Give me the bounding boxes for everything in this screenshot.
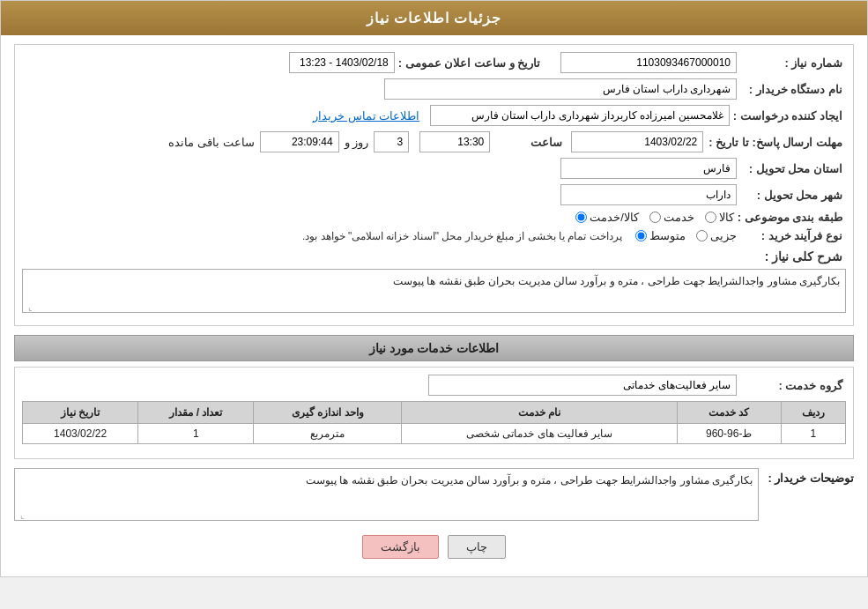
deadline-days-input: [374, 131, 409, 152]
services-table: ردیف کد خدمت نام خدمت واحد اندازه گیری ت…: [22, 401, 846, 444]
order-number-label: شماره نیاز :: [740, 56, 846, 70]
row-buyer-org: نام دستگاه خریدار :: [22, 78, 846, 100]
purchase-note: پرداخت تمام یا بخشی از مبلغ خریدار محل "…: [302, 230, 622, 242]
announcement-date-label: تاریخ و ساعت اعلان عمومی :: [398, 56, 544, 70]
cell-need-date: 1403/02/22: [23, 424, 138, 444]
col-service-name: نام خدمت: [402, 402, 677, 424]
description-box: بکارگیری مشاور واجدالشرایط جهت طراحی ، م…: [22, 269, 846, 313]
col-service-code: کد خدمت: [677, 402, 781, 424]
services-form: گروه خدمت : ردیف کد خدمت نام خدمت واحد ا…: [14, 367, 854, 459]
radio-motavaset-input[interactable]: [635, 230, 647, 241]
radio-jozi-input[interactable]: [696, 230, 708, 241]
contact-info-link[interactable]: اطلاعات تماس خریدار: [313, 109, 419, 123]
deadline-label: مهلت ارسال پاسخ: تا تاریخ :: [708, 136, 846, 149]
buyer-desc-text: بکارگیری مشاور واجدالشرایط جهت طراحی ، م…: [306, 474, 753, 486]
radio-kala-input[interactable]: [705, 212, 716, 223]
description-label: شرح کلی نیاز :: [740, 249, 846, 264]
radio-kala-label: کالا: [719, 211, 734, 224]
table-header-row: ردیف کد خدمت نام خدمت واحد اندازه گیری ت…: [23, 402, 846, 424]
province-label: استان محل تحویل :: [740, 162, 846, 175]
order-number-input: [560, 52, 737, 73]
row-service-group: گروه خدمت :: [22, 375, 846, 396]
cell-row-num: 1: [781, 424, 845, 444]
back-button[interactable]: بازگشت: [362, 535, 439, 559]
remaining-time-input: [260, 131, 339, 152]
city-label: شهر محل تحویل :: [740, 189, 846, 202]
buyer-desc-box: بکارگیری مشاور واجدالشرایط جهت طراحی ، م…: [14, 468, 759, 521]
time-label: ساعت: [495, 136, 566, 149]
row-order-announcement: شماره نیاز : تاریخ و ساعت اعلان عمومی :: [22, 52, 846, 73]
city-input: [560, 184, 737, 205]
print-button[interactable]: چاپ: [448, 535, 506, 559]
radio-kala-khedmat-label: کالا/خدمت: [590, 211, 639, 224]
row-description-label: شرح کلی نیاز :: [22, 249, 846, 264]
radio-kala[interactable]: کالا: [705, 211, 734, 224]
buyer-org-label: نام دستگاه خریدار :: [740, 83, 846, 96]
button-row: چاپ بازگشت: [14, 526, 854, 568]
page-title: جزئیات اطلاعات نیاز: [367, 11, 502, 26]
radio-kala-khedmat[interactable]: کالا/خدمت: [575, 211, 639, 224]
purchase-type-radio-group: متوسط جزیی: [635, 229, 737, 242]
requester-input: [430, 105, 730, 126]
buyer-desc-label: توضیحات خریدار :: [766, 468, 854, 485]
row-deadline: مهلت ارسال پاسخ: تا تاریخ : ساعت روز و س…: [22, 131, 846, 152]
row-category: طبقه بندی موضوعی : کالا/خدمت خدمت کالا: [22, 211, 846, 224]
buyer-resize-icon: ⌞: [16, 510, 25, 519]
radio-motavaset-label: متوسط: [649, 229, 686, 242]
buyer-org-input: [384, 78, 737, 100]
row-city: شهر محل تحویل :: [22, 184, 846, 205]
cell-quantity: 1: [138, 424, 254, 444]
page-header: جزئیات اطلاعات نیاز: [1, 1, 867, 35]
row-requester: ایجاد کننده درخواست : اطلاعات تماس خریدا…: [22, 105, 846, 126]
purchase-type-label: نوع فرآیند خرید :: [740, 229, 846, 242]
description-text: بکارگیری مشاور واجدالشرایط جهت طراحی ، م…: [393, 275, 840, 287]
radio-jozi[interactable]: جزیی: [696, 229, 737, 242]
announcement-date-input: [289, 52, 395, 73]
row-province: استان محل تحویل :: [22, 158, 846, 179]
table-row: 1 ط-96-960 سایر فعالیت های خدماتی شخصی م…: [23, 424, 846, 444]
radio-kala-khedmat-input[interactable]: [575, 212, 587, 223]
category-label: طبقه بندی موضوعی :: [738, 211, 846, 224]
cell-service-name: سایر فعالیت های خدماتی شخصی: [402, 424, 677, 444]
main-form: شماره نیاز : تاریخ و ساعت اعلان عمومی : …: [14, 44, 854, 326]
radio-khedmat-input[interactable]: [649, 212, 661, 223]
cell-service-code: ط-96-960: [677, 424, 781, 444]
col-need-date: تاریخ نیاز: [23, 402, 138, 424]
radio-jozi-label: جزیی: [710, 229, 737, 242]
deadline-time-input: [419, 131, 490, 152]
services-section-title: اطلاعات خدمات مورد نیاز: [14, 335, 854, 361]
col-row-num: ردیف: [781, 402, 845, 424]
group-label: گروه خدمت :: [740, 379, 846, 392]
buyer-description-row: توضیحات خریدار : بکارگیری مشاور واجدالشر…: [14, 468, 854, 521]
row-purchase-type: نوع فرآیند خرید : متوسط جزیی پرداخت تمام…: [22, 229, 846, 242]
radio-khedmat[interactable]: خدمت: [649, 211, 694, 224]
group-input: [428, 375, 737, 396]
col-quantity: تعداد / مقدار: [138, 402, 254, 424]
remaining-label: ساعت باقی مانده: [168, 136, 254, 149]
radio-khedmat-label: خدمت: [664, 211, 694, 224]
buyer-desc-wrapper: بکارگیری مشاور واجدالشرایط جهت طراحی ، م…: [14, 468, 759, 521]
cell-unit: مترمربع: [254, 424, 402, 444]
province-input: [560, 158, 737, 179]
days-label: روز و: [345, 136, 369, 149]
description-wrapper: بکارگیری مشاور واجدالشرایط جهت طراحی ، م…: [22, 269, 846, 313]
deadline-date-input: [571, 131, 703, 152]
description-section: شرح کلی نیاز : بکارگیری مشاور واجدالشرای…: [22, 249, 846, 313]
col-unit: واحد اندازه گیری: [254, 402, 402, 424]
resize-icon: ⌞: [24, 302, 33, 311]
requester-label: ایجاد کننده درخواست :: [733, 109, 846, 123]
category-radio-group: کالا/خدمت خدمت کالا: [575, 211, 734, 224]
radio-motavaset[interactable]: متوسط: [635, 229, 686, 242]
